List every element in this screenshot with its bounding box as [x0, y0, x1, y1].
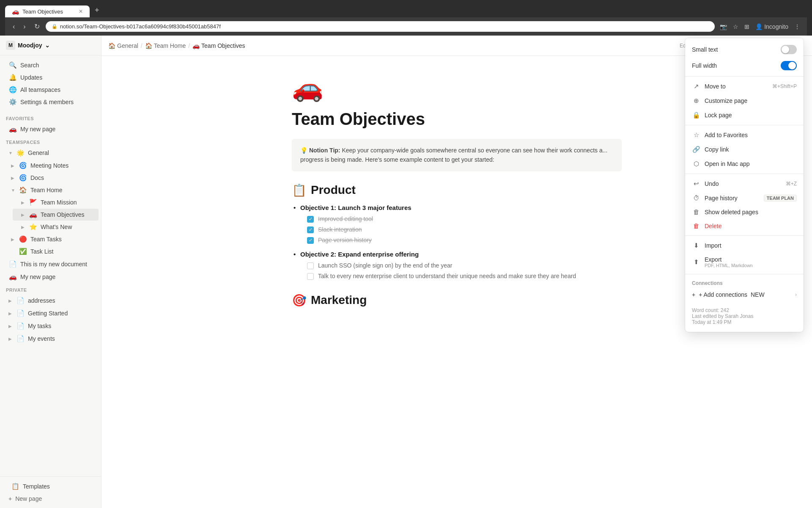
move-to-item[interactable]: ↗ Move to ⌘+Shift+P [685, 79, 804, 94]
checkbox-slack[interactable]: ✓ [307, 226, 314, 233]
sidebar-item-templates[interactable]: 📋 Templates [5, 480, 96, 492]
task-sso-text: Launch SSO (single sign on) by the end o… [318, 262, 453, 269]
customize-label: Customize page [705, 97, 797, 104]
sidebar-item-meeting-notes[interactable]: ▶ 🌀 Meeting Notes [8, 160, 99, 171]
checkbox-enterprise[interactable] [307, 273, 314, 280]
sidebar-item-my-new-page-fav[interactable]: 🚗 My new page [3, 123, 99, 135]
open-mac-icon: ⬡ [692, 160, 700, 168]
sidebar-item-my-tasks[interactable]: ▶ 📄 My tasks [3, 320, 99, 332]
menu-btn[interactable]: ⋮ [793, 22, 802, 32]
team-home-label: Team Home [30, 187, 62, 193]
sidebar-item-task-list[interactable]: ✅ Task List [8, 246, 99, 257]
favorites-section-label: Favorites [0, 112, 101, 123]
tip-label: 💡 Notion Tip: [300, 147, 340, 154]
undo-item[interactable]: ↩ Undo ⌘+Z [685, 177, 804, 191]
breadcrumb-sep2: / [188, 42, 190, 49]
sidebar-item-search[interactable]: 🔍 Search [3, 59, 99, 71]
export-item[interactable]: ⬆ Export PDF, HTML, Markdown [685, 253, 804, 271]
small-text-toggle[interactable] [781, 45, 797, 54]
new-page-btn[interactable]: + New page [3, 493, 99, 505]
address-bar[interactable]: 🔒 notion.so/Team-Objectives-b017ac6a6099… [46, 21, 715, 32]
section-marketing: 🎯 Marketing [292, 293, 622, 307]
small-text-knob [782, 46, 789, 53]
page-history-item[interactable]: ⏱ Page history TEAM PLAN [685, 191, 804, 205]
my-new-page-fav-icon: 🚗 [8, 125, 17, 133]
my-new-page-icon: 🚗 [8, 273, 17, 281]
add-conn-plus: + [692, 291, 695, 298]
add-favorites-item[interactable]: ☆ Add to Favorites [685, 128, 804, 142]
sidebar-item-docs[interactable]: ▶ 🌀 Docs [8, 172, 99, 184]
checkbox-improved-editing[interactable]: ✓ [307, 216, 314, 223]
sidebar-item-getting-started[interactable]: ▶ 📄 Getting Started [3, 307, 99, 319]
open-in-mac-item[interactable]: ⬡ Open in Mac app [685, 157, 804, 171]
refresh-btn[interactable]: ↻ [32, 21, 42, 32]
full-width-row: Full width [685, 58, 804, 74]
add-connections-btn[interactable]: + + Add connections NEW › [692, 289, 797, 301]
team-home-icon: 🏠 [19, 186, 27, 194]
camera-btn[interactable]: 📷 [718, 22, 729, 32]
bookmark-btn[interactable]: ☆ [731, 22, 740, 32]
checkbox-sso[interactable] [307, 262, 314, 269]
sidebar-item-my-new-page[interactable]: 🚗 My new page [3, 271, 99, 283]
task-page-version[interactable]: ✓ Page version history [292, 237, 622, 244]
add-fav-label: Add to Favorites [705, 132, 797, 138]
sidebar-item-team-home[interactable]: ▼ 🏠 Team Home [8, 184, 99, 196]
sidebar-item-whats-new[interactable]: ▶ ⭐ What's New [13, 221, 99, 233]
import-item[interactable]: ⬇ Import [685, 238, 804, 253]
breadcrumb-team-objectives-label: Team Objectives [201, 42, 245, 49]
url-text: notion.so/Team-Objectives-b017ac6a60994c… [60, 23, 221, 30]
history-badge: TEAM PLAN [764, 195, 797, 202]
sidebar-item-team-tasks[interactable]: ▶ 🔴 Team Tasks [8, 233, 99, 245]
menu-footer: Word count: 242 Last edited by Sarah Jon… [685, 304, 804, 329]
full-width-toggle[interactable] [781, 61, 797, 70]
checkbox-page-version[interactable]: ✓ [307, 237, 314, 244]
delete-label: Delete [705, 223, 797, 229]
show-deleted-item[interactable]: 🗑 Show deleted pages [685, 205, 804, 219]
team-tasks-icon: 🔴 [19, 235, 27, 243]
sidebar-bottom: 📋 Templates + New page [0, 476, 101, 508]
sidebar-btn[interactable]: ⊞ [743, 22, 751, 32]
history-icon: ⏱ [692, 194, 700, 202]
incognito-btn[interactable]: 👤 Incognito [754, 22, 790, 32]
sidebar-item-this-is-my-doc[interactable]: 📄 This is my new document [3, 258, 99, 270]
task-slack[interactable]: ✓ Slack integration [292, 226, 622, 233]
active-tab[interactable]: 🚗 Team Objectives ✕ [5, 6, 90, 17]
delete-item[interactable]: 🗑 Delete [685, 219, 804, 233]
marketing-icon: 🎯 [292, 293, 307, 307]
sidebar-item-updates[interactable]: 🔔 Updates [3, 72, 99, 83]
sidebar-item-all-teamspaces[interactable]: 🌐 All teamspaces [3, 84, 99, 96]
task-improved-editing[interactable]: ✓ Improved editing tool [292, 215, 622, 223]
sidebar-item-addresses[interactable]: ▶ 📄 addresses [3, 295, 99, 306]
settings-label: Settings & members [20, 99, 74, 105]
updates-label: Updates [20, 74, 42, 81]
sidebar-item-team-objectives[interactable]: ▶ 🚗 Team Objectives [13, 209, 99, 221]
task-enterprise-text: Talk to every new enterprise client to u… [318, 273, 576, 279]
copy-link-item[interactable]: 🔗 Copy link [685, 142, 804, 157]
lock-icon: 🔒 [52, 24, 58, 29]
breadcrumb-general-label: General [117, 42, 138, 49]
sidebar-header: M Moodjoy ⌄ [0, 36, 101, 55]
product-title: Product [311, 183, 356, 197]
breadcrumb-general[interactable]: 🏠 General [108, 42, 138, 49]
back-btn[interactable]: ‹ [10, 21, 17, 32]
sidebar-item-my-events[interactable]: ▶ 📄 My events [3, 333, 99, 345]
private-section-label: Private [0, 283, 101, 294]
customize-page-item[interactable]: ⊕ Customize page [685, 94, 804, 108]
sidebar-item-settings[interactable]: ⚙️ Settings & members [3, 96, 99, 108]
import-label: Import [705, 242, 797, 249]
breadcrumb-team-home[interactable]: 🏠 Team Home [145, 42, 186, 49]
browser-tabs: 🚗 Team Objectives ✕ + [5, 3, 807, 17]
sidebar-item-general[interactable]: ▼ 🌟 General [3, 147, 99, 159]
sidebar-item-team-mission[interactable]: ▶ 🚩 Team Mission [13, 196, 99, 208]
task-enterprise[interactable]: Talk to every new enterprise client to u… [292, 273, 622, 280]
breadcrumb-team-objectives[interactable]: 🚗 Team Objectives [192, 42, 245, 49]
tab-close-btn[interactable]: ✕ [79, 8, 83, 14]
general-label: General [28, 149, 49, 156]
new-tab-btn[interactable]: + [91, 3, 104, 17]
move-to-shortcut: ⌘+Shift+P [772, 83, 797, 89]
lock-page-item[interactable]: 🔒 Lock page [685, 108, 804, 122]
sidebar: M Moodjoy ⌄ 🔍 Search 🔔 Updates 🌐 All tea… [0, 36, 102, 508]
task-sso[interactable]: Launch SSO (single sign on) by the end o… [292, 262, 622, 269]
workspace-name[interactable]: M Moodjoy ⌄ [6, 41, 50, 50]
forward-btn[interactable]: › [21, 21, 28, 32]
